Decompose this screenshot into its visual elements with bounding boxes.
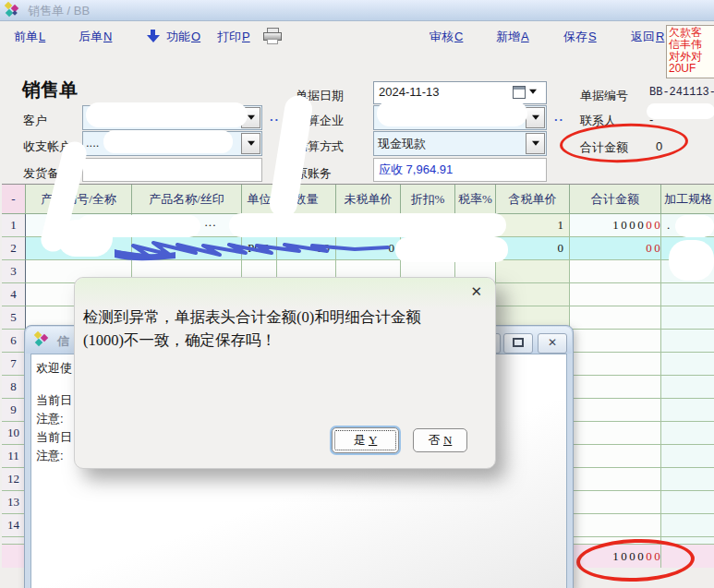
doc-no-label: 单据编号 bbox=[580, 88, 628, 104]
prev-doc-button[interactable]: 前单L bbox=[14, 29, 45, 45]
restore-button[interactable] bbox=[503, 333, 533, 354]
yes-button[interactable]: 是 Y bbox=[332, 427, 399, 453]
dialog-header: ✕ bbox=[75, 278, 495, 309]
info-line: 注意: bbox=[36, 411, 64, 427]
row-number[interactable]: 11 bbox=[2, 445, 26, 468]
column-header: 合计金额 bbox=[570, 185, 661, 214]
table-cell-spec[interactable] bbox=[661, 399, 714, 422]
info-line: 注意: bbox=[36, 448, 64, 464]
redaction-mark bbox=[111, 237, 406, 263]
table-cell-amount[interactable] bbox=[570, 376, 661, 399]
row-number[interactable]: 6 bbox=[2, 330, 26, 353]
back-button[interactable]: 返回R bbox=[631, 29, 664, 45]
column-header: 产品编号/全称 bbox=[26, 185, 132, 214]
row-number[interactable]: 4 bbox=[2, 283, 26, 306]
table-cell-spec[interactable] bbox=[661, 445, 714, 468]
header-total-circle-annotation bbox=[559, 122, 688, 165]
amount-digit: 0 bbox=[629, 218, 635, 233]
table-cell-amount[interactable] bbox=[570, 306, 661, 330]
table-cell-taxprice[interactable] bbox=[496, 283, 570, 306]
table-cell-spec[interactable] bbox=[661, 468, 714, 491]
amount-decimal-digit: 0 bbox=[654, 241, 660, 256]
debt-warning-note: 欠款客 信丰伟 对外对 20UF bbox=[666, 25, 714, 78]
doc-no-value: BB-241113- bbox=[649, 86, 714, 99]
calendar-icon[interactable] bbox=[513, 86, 526, 99]
app-icon bbox=[4, 2, 20, 18]
table-cell-amount[interactable]: 100000 bbox=[570, 214, 661, 237]
table-cell-amount[interactable] bbox=[570, 514, 661, 537]
row-number[interactable]: 3 bbox=[2, 260, 26, 283]
column-header: 税率% bbox=[455, 185, 496, 214]
table-cell-amount[interactable] bbox=[570, 491, 661, 514]
table-cell-amount[interactable]: 00 bbox=[570, 237, 661, 260]
row-number[interactable]: 14 bbox=[2, 514, 26, 537]
info-line: 当前日 bbox=[36, 429, 72, 446]
add-button[interactable]: 新增A bbox=[496, 29, 529, 45]
amount-decimal-digit: 0 bbox=[654, 218, 660, 233]
table-cell-amount[interactable] bbox=[570, 353, 661, 376]
table-cell-spec[interactable] bbox=[661, 514, 714, 537]
column-header: 产品名称/丝印 bbox=[132, 185, 242, 214]
row-number[interactable]: 13 bbox=[2, 491, 26, 514]
row-number[interactable]: 8 bbox=[2, 376, 26, 399]
table-cell-spec[interactable] bbox=[661, 353, 714, 376]
column-header: 折扣% bbox=[401, 185, 455, 214]
row-number[interactable]: 15 bbox=[2, 537, 26, 545]
printer-icon[interactable] bbox=[263, 28, 282, 44]
functions-button[interactable]: 功能O bbox=[166, 29, 200, 45]
row-number[interactable]: 12 bbox=[2, 468, 26, 491]
chevron-down-icon[interactable] bbox=[526, 107, 545, 128]
settle-method-combo[interactable]: 现金现款 bbox=[373, 131, 547, 156]
row-number[interactable]: 2 bbox=[2, 237, 26, 260]
save-button[interactable]: 保存S bbox=[563, 29, 597, 45]
row-number[interactable]: 1 bbox=[2, 214, 26, 237]
amount-digit: 0 bbox=[621, 218, 627, 233]
row-number[interactable]: 10 bbox=[2, 422, 26, 445]
table-cell-amount[interactable] bbox=[570, 283, 661, 306]
print-button[interactable]: 打印P bbox=[217, 29, 250, 45]
chevron-down-icon[interactable] bbox=[526, 133, 545, 154]
close-icon[interactable]: ✕ bbox=[470, 283, 482, 300]
customer-label: 客户 bbox=[23, 113, 47, 129]
table-cell-spec[interactable] bbox=[661, 491, 714, 514]
table-cell-amount[interactable] bbox=[570, 260, 661, 283]
table-cell-amount[interactable] bbox=[570, 330, 661, 353]
settle-company-lookup-dots[interactable]: .. bbox=[554, 110, 564, 124]
table-cell-spec[interactable] bbox=[661, 283, 714, 306]
info-line: 当前日 bbox=[36, 392, 72, 409]
contact-value: - bbox=[649, 113, 653, 126]
customer-lookup-dots[interactable]: .. bbox=[270, 110, 280, 124]
table-cell-spec[interactable] bbox=[661, 422, 714, 445]
dialog-message: 检测到异常，单据表头合计金额(0)和明细合计金额 (1000)不一致，确定保存吗… bbox=[83, 306, 421, 352]
next-doc-button[interactable]: 后单N bbox=[79, 29, 112, 45]
amount-digit: 1 bbox=[612, 218, 619, 233]
no-button[interactable]: 否 N bbox=[413, 428, 467, 452]
row-number[interactable]: 7 bbox=[2, 353, 26, 376]
table-cell-spec[interactable] bbox=[661, 330, 714, 353]
redaction-mark bbox=[675, 215, 714, 237]
audit-button[interactable]: 审核C bbox=[430, 29, 463, 45]
table-cell-spec[interactable] bbox=[661, 306, 714, 330]
table-cell-spec[interactable] bbox=[661, 376, 714, 399]
ship-note-input[interactable] bbox=[82, 158, 262, 182]
chevron-down-icon[interactable] bbox=[529, 90, 537, 98]
column-header: 含税单价 bbox=[496, 185, 570, 214]
row-number[interactable]: 9 bbox=[2, 399, 26, 422]
sales-order-window: 销售单 / BB 前单L 后单N 功能O 打印P 审核C 新增A 保存S 返回R… bbox=[0, 0, 714, 588]
down-arrow-icon[interactable] bbox=[147, 30, 160, 43]
info-line: 欢迎使 bbox=[36, 360, 72, 377]
row-number[interactable]: 5 bbox=[2, 306, 26, 330]
table-cell-amount[interactable] bbox=[570, 422, 661, 445]
app-icon bbox=[33, 331, 50, 348]
title-bar: 销售单 / BB bbox=[0, 0, 714, 21]
table-cell-taxprice[interactable]: 1 bbox=[496, 214, 570, 237]
redaction-mark bbox=[103, 130, 233, 153]
chevron-down-icon[interactable] bbox=[241, 133, 260, 154]
table-cell-amount[interactable] bbox=[570, 399, 661, 422]
redaction-mark bbox=[395, 237, 508, 262]
redaction-mark bbox=[377, 101, 527, 126]
table-cell-taxprice[interactable] bbox=[496, 260, 570, 283]
close-icon[interactable]: ✕ bbox=[538, 333, 567, 354]
table-cell-amount[interactable] bbox=[570, 445, 661, 468]
table-cell-amount[interactable] bbox=[570, 468, 661, 491]
